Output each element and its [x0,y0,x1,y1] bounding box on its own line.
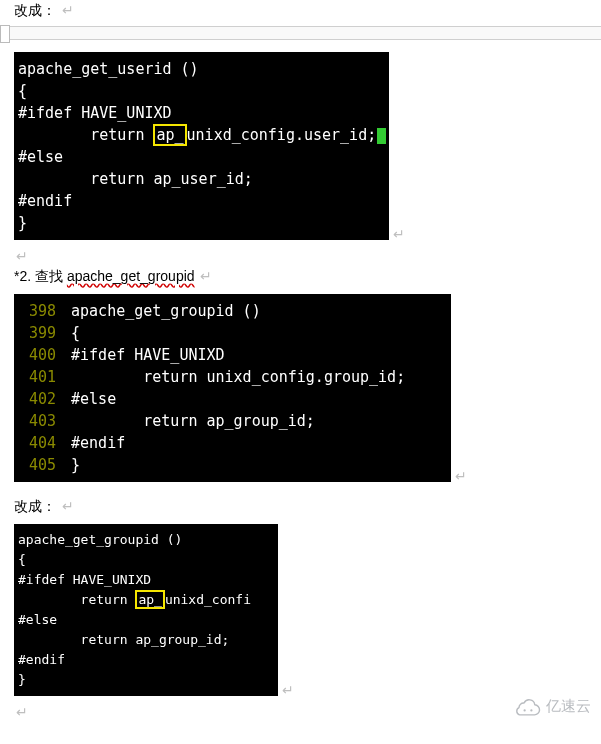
paragraph-mark-icon: ↵ [16,248,28,264]
line-number: 402 [18,388,56,410]
code-line: 403 return ap_group_id; [18,412,315,430]
svg-point-0 [524,709,526,711]
line-number: 404 [18,432,56,454]
cloud-icon [514,698,542,716]
code-text: } [71,456,80,474]
code-text: return [18,592,135,607]
cursor-icon [377,128,386,144]
paragraph-mark-icon: ↵ [282,682,294,702]
watermark: 亿速云 [514,697,591,716]
paragraph-mark-icon: ↵ [62,2,74,18]
code-line: 399 { [18,324,80,342]
code-line: { [18,82,27,100]
code-line: 405 } [18,456,80,474]
code-text: unixd_confi [165,592,251,607]
ruler-indent-marker[interactable] [0,25,10,43]
blank-line: ↵ [0,702,601,722]
search-term: apache_get_groupid [67,268,195,284]
code-block-3: apache_get_groupid () { #ifdef HAVE_UNIX… [14,524,278,696]
code-line: #else [18,148,63,166]
code-text: #endif [71,434,125,452]
highlight-box: ap_ [135,590,164,609]
code-line: #endif [18,652,65,667]
code-text: return unixd_config.group_id; [71,368,405,386]
text-change-to-1: 改成： ↵ [0,0,601,22]
code-block-2: 398 apache_get_groupid () 399 { 400 #ifd… [14,294,451,482]
text-search-line: *2. 查找 apache_get_groupid ↵ [0,266,601,288]
code-line: 404 #endif [18,434,125,452]
line-number: 399 [18,322,56,344]
code-line: apache_get_groupid () [18,532,182,547]
label: *2. 查找 [14,268,67,284]
paragraph-mark-icon: ↵ [62,498,74,514]
code-text: apache_get_groupid () [71,302,261,320]
line-number: 403 [18,410,56,432]
paragraph-mark-icon: ↵ [200,268,212,284]
svg-point-1 [530,709,532,711]
text-change-to-2: 改成： ↵ [0,496,601,518]
code-line: return ap_unixd_confi [18,590,251,609]
code-line: return ap_group_id; [18,632,229,647]
code-line: 398 apache_get_groupid () [18,302,261,320]
code-line: apache_get_userid () [18,60,199,78]
code-line: return ap_unixd_config.user_id; [18,126,386,144]
code-line: #ifdef HAVE_UNIXD [18,104,172,122]
line-number: 398 [18,300,56,322]
blank-line: ↵ [0,246,601,266]
highlight-box: ap_ [153,124,186,146]
ruler [0,26,601,40]
code-text: { [71,324,80,342]
paragraph-mark-icon: ↵ [16,704,28,720]
code-text: return [18,126,153,144]
label: 改成： [14,2,56,18]
code-line: { [18,552,26,567]
code-text: #else [71,390,116,408]
code-line: } [18,214,27,232]
code-text: return ap_group_id; [71,412,315,430]
code-line: 402 #else [18,390,116,408]
code-line: return ap_user_id; [18,170,253,188]
paragraph-mark-icon: ↵ [455,468,467,488]
code-line: #endif [18,192,72,210]
code-text: unixd_config.user_id; [187,126,377,144]
paragraph-mark-icon: ↵ [393,226,405,246]
code-block-1: apache_get_userid () { #ifdef HAVE_UNIXD… [14,52,389,240]
line-number: 405 [18,454,56,476]
line-number: 400 [18,344,56,366]
watermark-text: 亿速云 [546,697,591,716]
code-line: 400 #ifdef HAVE_UNIXD [18,346,225,364]
code-text: #ifdef HAVE_UNIXD [71,346,225,364]
code-line: 401 return unixd_config.group_id; [18,368,405,386]
code-line: #ifdef HAVE_UNIXD [18,572,151,587]
line-number: 401 [18,366,56,388]
label: 改成： [14,498,56,514]
code-line: #else [18,612,57,627]
code-line: } [18,672,26,687]
